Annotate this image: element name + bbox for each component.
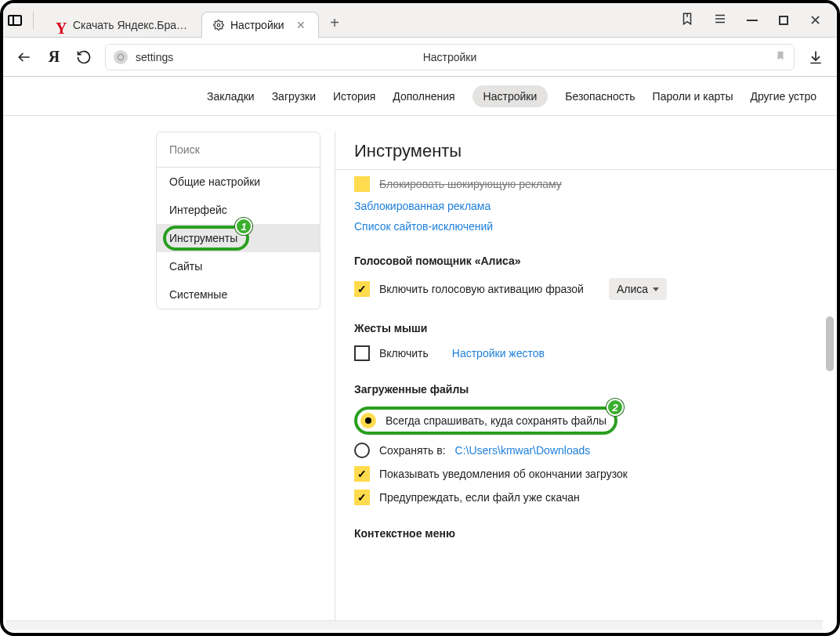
- section-title: Инструменты: [354, 141, 818, 161]
- dropdown-value: Алиса: [617, 283, 648, 295]
- divider: [335, 169, 837, 170]
- tab-bookmarks[interactable]: Закладки: [207, 90, 255, 103]
- settings-content: Инструменты Блокировать шокирующую рекла…: [335, 132, 837, 623]
- window-controls: ✕: [680, 12, 832, 28]
- page-title-in-urlbar: Настройки: [106, 51, 794, 63]
- window-maximize-button[interactable]: [777, 14, 790, 27]
- radio-save-to-label: Сохранять в:: [379, 444, 446, 457]
- divider: [33, 12, 34, 29]
- svg-point-0: [217, 23, 220, 27]
- sidebar-item-system[interactable]: Системные: [157, 280, 320, 309]
- sidebar-search[interactable]: Поиск: [157, 132, 320, 168]
- sidebar-item-label: Инструменты: [169, 232, 237, 244]
- url-text: settings: [136, 51, 173, 63]
- bookmark-flag-icon[interactable]: [775, 50, 786, 64]
- tab-title: Настройки: [230, 19, 284, 31]
- link-download-path[interactable]: C:\Users\kmwar\Downloads: [455, 444, 591, 457]
- tab-addons[interactable]: Дополнения: [393, 90, 454, 103]
- checkbox-warn-duplicate-label: Предупреждать, если файл уже скачан: [379, 491, 580, 504]
- settings-tabs: Закладки Загрузки История Дополнения Нас…: [3, 77, 837, 116]
- tab-title: Скачать Яндекс.Браузер д: [73, 19, 190, 31]
- group-downloads-title: Загруженные файлы: [354, 383, 818, 396]
- chevron-down-icon: [653, 287, 659, 291]
- checkbox-download-notify-label: Показывать уведомления об окончании загр…: [379, 468, 628, 480]
- new-tab-button[interactable]: +: [324, 13, 346, 34]
- checkbox-warn-duplicate[interactable]: [354, 490, 370, 505]
- checkbox-mouse-gestures[interactable]: [354, 345, 370, 361]
- bookmarks-panel-icon[interactable]: [680, 12, 694, 28]
- group-mouse-title: Жесты мыши: [354, 322, 818, 334]
- back-button[interactable]: [16, 49, 33, 66]
- tab-close-icon[interactable]: ✕: [295, 19, 307, 31]
- link-blocked-ads[interactable]: Заблокированная реклама: [354, 200, 491, 212]
- radio-always-ask-label: Всегда спрашивать, куда сохранять файлы: [386, 414, 606, 427]
- reload-button[interactable]: [75, 49, 92, 66]
- favicon-yandex-icon: Y: [56, 20, 67, 31]
- svg-point-5: [118, 54, 124, 60]
- url-field[interactable]: settings Настройки: [105, 44, 795, 70]
- window-close-button[interactable]: ✕: [809, 14, 821, 27]
- window-minimize-button[interactable]: [746, 14, 759, 27]
- menu-icon[interactable]: [713, 12, 727, 28]
- downloads-button[interactable]: [807, 49, 824, 66]
- site-info-icon[interactable]: [114, 50, 128, 64]
- callout-badge-2: 2: [606, 399, 624, 416]
- gear-icon: [213, 20, 224, 31]
- tab-other-devices[interactable]: Другие устро: [750, 90, 816, 103]
- link-exceptions[interactable]: Список сайтов-исключений: [354, 220, 493, 233]
- group-alice-title: Голосовой помощник «Алиса»: [354, 255, 818, 267]
- settings-sidebar: Поиск Общие настройки Интерфейс Инструме…: [156, 132, 320, 309]
- tab-history[interactable]: История: [333, 90, 375, 103]
- callout-row-always-ask: Всегда спрашивать, куда сохранять файлы …: [354, 407, 617, 435]
- sidebar-item-sites[interactable]: Сайты: [157, 252, 320, 280]
- link-gesture-settings[interactable]: Настройки жестов: [452, 347, 545, 360]
- checkbox-alice-voice-label: Включить голосовую активацию фразой: [379, 283, 584, 295]
- horizontal-scrollbar[interactable]: [6, 620, 823, 630]
- callout-badge-1: 1: [235, 218, 252, 235]
- checkbox-alice-voice[interactable]: [354, 281, 370, 297]
- sidebar-item-general[interactable]: Общие настройки: [157, 168, 320, 196]
- tab-settings[interactable]: Настройки: [472, 85, 549, 107]
- tab-inactive[interactable]: Y Скачать Яндекс.Браузер д: [45, 12, 201, 38]
- dropdown-alice-phrase[interactable]: Алиса: [609, 278, 667, 300]
- group-context-menu-title: Контекстное меню: [354, 527, 818, 540]
- radio-always-ask[interactable]: [360, 413, 376, 428]
- sidebar-toggle-icon[interactable]: [8, 15, 22, 26]
- tab-security[interactable]: Безопасность: [565, 90, 635, 103]
- app-window: Y Скачать Яндекс.Браузер д Настройки ✕ +: [0, 0, 840, 636]
- tab-active[interactable]: Настройки ✕: [201, 12, 319, 38]
- scrollbar-thumb[interactable]: [826, 316, 834, 371]
- tab-strip: Y Скачать Яндекс.Браузер д Настройки ✕ +: [3, 3, 837, 38]
- home-yandex-icon[interactable]: Я: [45, 49, 63, 66]
- radio-save-to[interactable]: [354, 443, 370, 458]
- checkbox-download-notify[interactable]: [354, 466, 370, 482]
- address-bar: Я settings Настройки: [3, 38, 837, 77]
- cutoff-text: Блокировать шокирующую рекламу: [379, 178, 562, 190]
- tab-passwords[interactable]: Пароли и карты: [653, 90, 733, 103]
- checkbox-cutoff: [354, 176, 370, 192]
- tab-downloads[interactable]: Загрузки: [272, 90, 316, 103]
- checkbox-mouse-label: Включить: [379, 347, 429, 360]
- sidebar-item-tools[interactable]: Инструменты 1: [157, 224, 320, 252]
- main-area: Поиск Общие настройки Интерфейс Инструме…: [3, 116, 837, 623]
